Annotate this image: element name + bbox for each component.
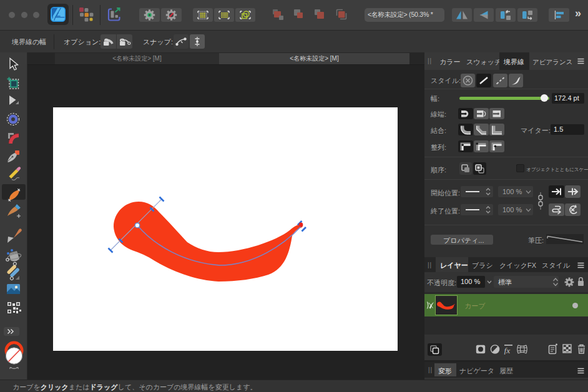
- svg-text:fx: fx: [504, 346, 511, 355]
